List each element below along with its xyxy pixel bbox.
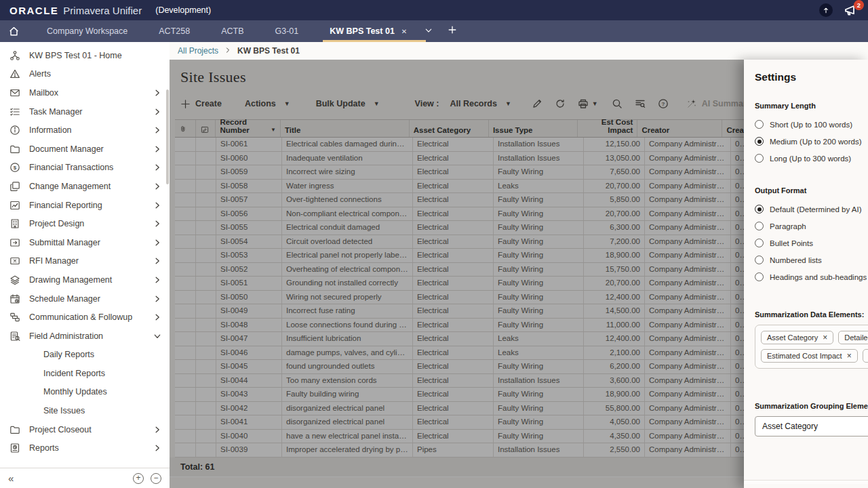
sidebar-item-label: Communication & Followup: [29, 312, 152, 322]
workspace-tab[interactable]: G3-01 ✕: [275, 20, 298, 42]
ai-summarize-settings-panel: Settings Summary Length Short (Up to 100…: [744, 60, 868, 488]
chevron-right-icon: [152, 89, 161, 97]
sidebar-item[interactable]: Schedule Manager: [0, 289, 170, 308]
summary-length-label: Summary Length: [755, 102, 868, 110]
sidebar-item-label: Incident Reports: [43, 369, 152, 378]
sidebar-item[interactable]: Field Administration: [0, 327, 170, 346]
sidebar-item-label: Project Closeout: [29, 425, 152, 434]
radio-icon[interactable]: [755, 256, 764, 264]
sidebar-item[interactable]: Reports: [0, 439, 170, 458]
data-element-chip[interactable]: Estimated Cost Impact ×: [761, 349, 858, 363]
data-element-chip[interactable]: Asset Category ×: [761, 331, 833, 344]
radio-icon[interactable]: [755, 272, 764, 281]
tab-label: ACT258: [159, 26, 190, 36]
sidebar-item[interactable]: Document Manager: [0, 140, 170, 159]
summary-length-option[interactable]: Short (Up to 100 words): [755, 116, 868, 133]
collapse-all-icon[interactable]: −: [151, 473, 161, 484]
sidebar-item-label: Information: [29, 125, 152, 135]
sidebar-scrollbar[interactable]: [166, 89, 169, 184]
chip-close-icon[interactable]: ×: [823, 334, 827, 341]
oracle-logo: ORACLE: [9, 5, 58, 16]
sidebar-item[interactable]: Drawing Management: [0, 270, 170, 289]
sidebar-item[interactable]: Financial Reporting: [0, 196, 170, 215]
chevron-right-icon: [152, 426, 161, 434]
sidebar-item[interactable]: Monthly Updates: [0, 383, 170, 402]
breadcrumb-all-projects-link[interactable]: All Projects: [178, 46, 218, 56]
workspace-tab[interactable]: Company Workspace ✕: [47, 20, 127, 42]
sidebar-item-label: Financial Reporting: [29, 201, 152, 210]
home-tab[interactable]: [8, 20, 20, 42]
sidebar-item-label: Project Design: [29, 219, 152, 228]
workspace-tab[interactable]: KW BPS Test 01 ✕: [330, 20, 407, 42]
radio-icon[interactable]: [755, 137, 764, 146]
sidebar-item[interactable]: Daily Reports: [0, 346, 170, 365]
radio-icon[interactable]: [755, 120, 764, 129]
chip-close-icon[interactable]: ×: [847, 352, 852, 359]
radio-label: Medium (Up to 200 words): [770, 138, 862, 146]
data-element-chip[interactable]: Status ×: [863, 349, 868, 363]
output-format-option[interactable]: Headings and sub-headings: [755, 268, 868, 285]
chevron-right-icon: [152, 313, 161, 321]
chip-label: Asset Category: [767, 333, 818, 342]
tab-list-dropdown[interactable]: [425, 25, 433, 37]
sidebar-item[interactable]: RFI Manager: [0, 252, 170, 271]
building-icon: [9, 218, 22, 229]
collapse-sidebar-icon[interactable]: «: [8, 472, 14, 484]
chevron-right-icon: [152, 239, 161, 247]
sidebar-item[interactable]: Project Design: [0, 214, 170, 233]
warning-triangle-icon: [9, 68, 22, 79]
data-elements-field[interactable]: Asset Category × Detailed Desc × Estimat…: [755, 325, 868, 369]
arrow-up-circle-icon[interactable]: [819, 3, 833, 17]
radio-icon[interactable]: [755, 205, 764, 214]
sidebar-item[interactable]: Information: [0, 121, 170, 140]
chevron-right-icon: [152, 145, 161, 153]
grouping-element-value: Asset Category: [762, 422, 818, 431]
sidebar-item[interactable]: Mailbox: [0, 83, 170, 102]
expand-all-icon[interactable]: +: [133, 473, 144, 484]
output-format-option[interactable]: Default (Determined by AI): [755, 201, 868, 218]
radio-label: Default (Determined by AI): [770, 205, 862, 214]
sidebar-item[interactable]: Task Manager: [0, 102, 170, 121]
workspace-tab[interactable]: ACTB ✕: [221, 20, 243, 42]
chevron-right-icon: [152, 220, 161, 228]
sidebar-item[interactable]: Submittal Manager: [0, 233, 170, 252]
workspace-tab[interactable]: ACT258 ✕: [159, 20, 190, 42]
sidebar-footer: « + −: [0, 468, 170, 488]
sidebar-item[interactable]: Incident Reports: [0, 364, 170, 383]
sidebar-item[interactable]: Project Closeout: [0, 420, 170, 439]
grouping-element-select[interactable]: Asset Category: [755, 416, 868, 436]
layers-icon: [9, 274, 22, 285]
sidebar-item-label: Mailbox: [29, 88, 152, 98]
sidebar-item-label: Task Manager: [29, 107, 152, 117]
sidebar-item[interactable]: Site Issues: [0, 401, 170, 420]
radio-icon[interactable]: [755, 154, 764, 163]
output-format-option[interactable]: Numbered lists: [755, 251, 868, 268]
summary-length-option[interactable]: Long (Up to 300 words): [755, 150, 868, 167]
breadcrumb-current: KW BPS Test 01: [237, 46, 300, 56]
add-tab-button[interactable]: [448, 25, 457, 37]
data-element-chip[interactable]: Detailed Desc ×: [838, 331, 868, 344]
output-format-option[interactable]: Bullet Points: [755, 235, 868, 251]
summary-length-option[interactable]: Medium (Up to 200 words): [755, 133, 868, 150]
sidebar-item-label: RFI Manager: [29, 256, 152, 266]
tab-close-icon[interactable]: ✕: [401, 28, 407, 35]
sidebar-item[interactable]: Communication & Followup: [0, 308, 170, 327]
breadcrumb: All Projects KW BPS Test 01: [170, 42, 868, 60]
org-chart-icon: [9, 50, 22, 61]
settings-title: Settings: [755, 71, 868, 83]
radio-icon[interactable]: [755, 222, 764, 230]
announcement-count-badge: 2: [854, 0, 864, 10]
sidebar-item[interactable]: Alerts: [0, 65, 170, 84]
announcements-button[interactable]: 2: [844, 3, 859, 17]
tab-label: ACTB: [221, 26, 243, 36]
output-format-option[interactable]: Paragraph: [755, 218, 868, 235]
folder-icon: [9, 424, 22, 435]
sidebar-item[interactable]: Change Management: [0, 177, 170, 196]
sidebar-item[interactable]: KW BPS Test 01 - Home: [0, 46, 170, 65]
sidebar-item[interactable]: $ Financial Transactions: [0, 159, 170, 178]
chevron-down-icon: [152, 332, 161, 340]
radio-icon[interactable]: [755, 239, 764, 247]
document-x-icon: [9, 256, 22, 266]
breadcrumb-chevron-icon: [224, 46, 231, 56]
sidebar-item-label: Alerts: [29, 69, 152, 79]
